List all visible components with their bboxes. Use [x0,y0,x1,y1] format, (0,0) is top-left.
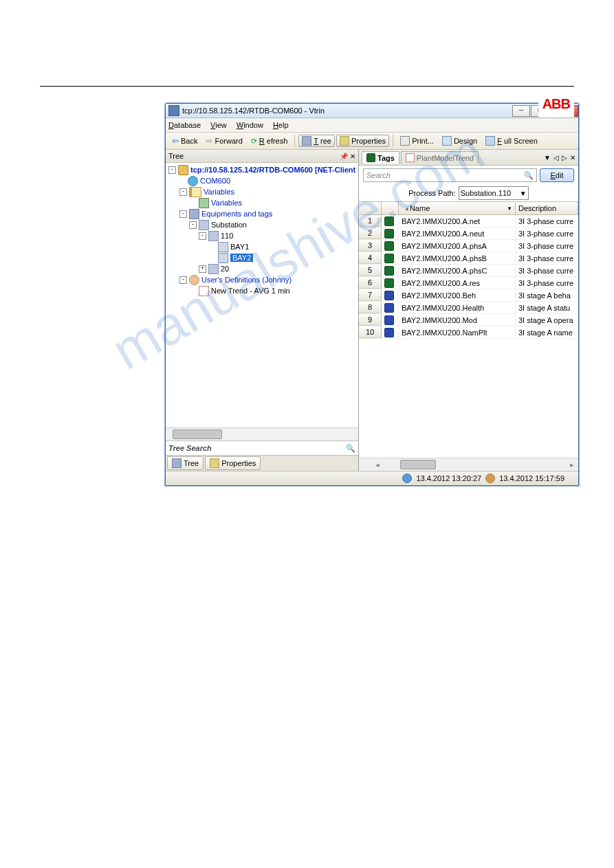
edit-button[interactable]: Edit [540,168,574,182]
search-icon[interactable]: 🔍 [524,171,534,180]
design-button[interactable]: Design [439,135,481,147]
menu-database[interactable]: Database [168,121,201,129]
row-icon-cell [382,326,399,338]
icon-header-cell[interactable] [382,202,399,214]
tree-body[interactable]: - tcp://10.58.125.142/RTDB-COM600 [NET-C… [166,163,358,427]
forward-label: Forward [215,137,242,145]
row-icon-cell [382,240,399,252]
description-header[interactable]: Description [516,202,578,214]
tree-bay2-selected[interactable]: BAY2 [230,254,253,262]
menu-window[interactable]: Window [237,121,263,129]
properties-tab[interactable]: Properties [205,456,261,470]
close-pane-button[interactable]: ✕ [350,153,355,160]
tree-variables[interactable]: Variables [211,199,242,207]
column-menu-icon[interactable]: ▼ [507,205,512,212]
name-header[interactable]: ▲Name▼ [399,202,516,214]
back-label: Back [181,137,197,145]
expand-toggle[interactable]: - [189,221,197,229]
tree-110[interactable]: 110 [221,232,233,240]
row-name: BAY2.IMMXU200.A.res [399,277,516,289]
tree-users[interactable]: User's Definitions (Johnny) [201,276,292,284]
back-button[interactable]: ⇦Back [168,135,201,147]
row-header-cell[interactable] [359,202,382,214]
tree-20[interactable]: 20 [221,265,229,273]
tree-hscroll[interactable] [166,427,358,441]
expand-toggle[interactable]: - [168,166,176,174]
print-button[interactable]: Print... [397,135,437,147]
table-row[interactable]: 7BAY2.IMMXU200.Beh3I stage A beha [359,289,578,302]
tree-bay1[interactable]: BAY1 [230,243,249,251]
row-icon-cell [382,265,399,276]
trend-tab-label: PlantModelTrend [417,154,474,162]
scrollbar-thumb[interactable] [173,430,222,439]
tree-substation[interactable]: Substation [211,221,247,229]
tree-com600[interactable]: COM600 [200,177,230,185]
table-row[interactable]: 6BAY2.IMMXU200.A.res3I 3-phase curre [359,277,578,289]
tags-tab-label: Tags [377,154,395,162]
scrollbar-thumb[interactable] [400,460,436,469]
row-number: 1 [359,215,382,227]
sort-asc-icon: ▲ [404,205,410,212]
table-row[interactable]: 10BAY2.IMMXU200.NamPlt3I stage A name [359,326,578,339]
grid-hscroll[interactable]: ◂ ▸ [359,458,578,471]
process-path-select[interactable]: Substation.110 ▼ [459,186,529,200]
search-input[interactable]: Search 🔍 [363,168,537,182]
tree-equipments[interactable]: Equipments and tags [201,210,272,218]
node-icon [208,231,219,241]
table-row[interactable]: 9BAY2.IMMXU200.Mod3I stage A opera [359,314,578,326]
tag-green-icon [384,278,394,288]
forward-icon: ⇨ [206,136,212,146]
forward-button[interactable]: ⇨Forward [202,135,245,147]
back-icon: ⇦ [172,136,179,146]
tag-blue-icon [384,315,394,325]
fullscreen-button[interactable]: Full Screen [482,135,541,147]
tag-green-icon [384,266,394,276]
expand-toggle[interactable]: - [179,276,187,284]
row-number: 8 [359,302,382,313]
scroll-right-button[interactable]: ▸ [570,460,574,469]
pin-button[interactable]: 📌 [340,153,348,160]
tab-prev-button[interactable]: ◁ [553,154,559,162]
table-row[interactable]: 3BAY2.IMMXU200.A.phsA3I 3-phase curre [359,240,578,252]
tag-green-icon [384,229,394,238]
menu-help[interactable]: Help [273,121,289,129]
grid-body[interactable]: 1BAY2.IMMXU200.A.net3I 3-phase curre2BAY… [359,215,578,458]
properties-toggle-button[interactable]: Properties [336,135,389,147]
folder-open-icon [189,187,201,197]
tree-icon [302,136,311,146]
tree-variables-folder[interactable]: Variables [204,188,234,196]
refresh-button[interactable]: ⟳Refresh [248,135,292,147]
expand-toggle[interactable]: - [179,210,187,218]
design-label: Design [454,137,477,145]
tree-search-label: Tree Search [168,444,212,452]
table-row[interactable]: 8BAY2.IMMXU200.Health3I stage A statu [359,302,578,314]
table-row[interactable]: 5BAY2.IMMXU200.A.phsC3I 3-phase curre [359,265,578,277]
trend-icon [199,286,209,296]
tags-tab[interactable]: Tags [362,151,399,164]
table-row[interactable]: 2BAY2.IMMXU200.A.neut3I 3-phase curre [359,227,578,240]
tab-close-button[interactable]: ✕ [570,154,575,162]
scroll-left-button[interactable]: ◂ [375,460,380,469]
expand-toggle[interactable]: - [179,188,187,196]
tree-root[interactable]: tcp://10.58.125.142/RTDB-COM600 [NET-Cli… [190,166,355,174]
tree-tab[interactable]: Tree [167,456,204,470]
search-icon[interactable]: 🔍 [346,444,355,453]
row-name: BAY2.IMMXU200.A.phsC [399,265,516,276]
toolbar: ⇦Back ⇨Forward ⟳Refresh Tree Properties … [166,133,578,150]
expand-toggle[interactable]: - [199,232,206,240]
table-row[interactable]: 4BAY2.IMMXU200.A.phsB3I 3-phase curre [359,252,578,265]
table-row[interactable]: 1BAY2.IMMXU200.A.net3I 3-phase curre [359,215,578,227]
tab-next-button[interactable]: ▷ [562,154,567,162]
tag-green-icon [384,254,394,263]
menu-view[interactable]: View [210,121,227,129]
row-name: BAY2.IMMXU200.A.net [399,215,516,227]
plantmodeltrend-tab[interactable]: PlantModelTrend [401,151,479,164]
minimize-button[interactable]: ─ [512,105,530,117]
tag-blue-icon [384,303,394,313]
tree-toggle-button[interactable]: Tree [298,135,335,147]
tree-tabs: Tree Properties [166,455,358,471]
tab-menu-button[interactable]: ▼ [544,154,551,162]
trend-icon [406,153,415,162]
tree-trend[interactable]: New Trend - AVG 1 min [211,287,290,295]
expand-toggle[interactable]: + [199,265,206,273]
